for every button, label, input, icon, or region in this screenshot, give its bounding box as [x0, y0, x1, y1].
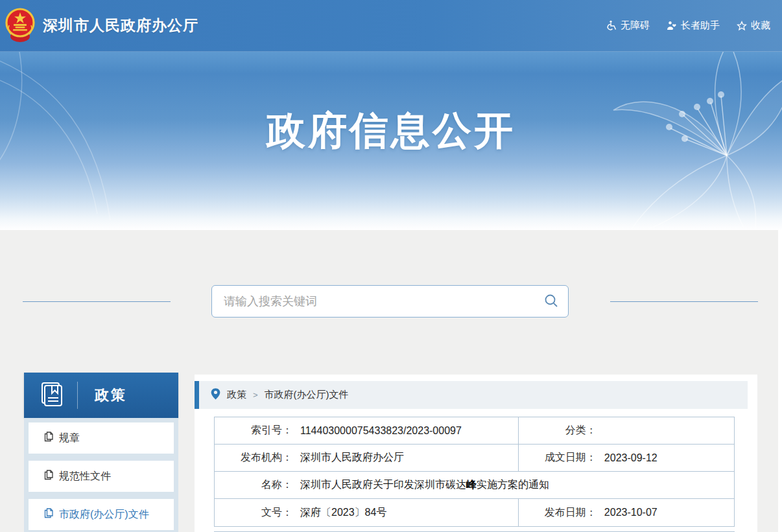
table-row-index-category: 索引号： 114403000075433823/2023-00097 分类：	[215, 417, 734, 445]
sidebar: 政策 规章 规范性文件	[24, 373, 178, 532]
document-info-table: 索引号： 114403000075433823/2023-00097 分类： 发…	[214, 417, 735, 527]
sidebar-item-label: 规范性文件	[59, 470, 111, 483]
site-title: 深圳市人民政府办公厅	[43, 16, 198, 36]
breadcrumb-separator: >	[253, 390, 258, 400]
document-icon	[44, 470, 53, 483]
publishing-agency-value: 深圳市人民政府办公厅	[300, 451, 404, 465]
table-row-agency-date: 发布机构： 深圳市人民政府办公厅 成文日期： 2023-09-12	[215, 445, 734, 472]
document-icon	[44, 508, 53, 521]
breadcrumb-item-policy[interactable]: 政策	[227, 389, 246, 401]
document-name-value: 深圳市人民政府关于印发深圳市碳达峰实施方案的通知	[300, 478, 549, 492]
sidebar-header-divider	[77, 382, 78, 409]
favorite-label: 收藏	[751, 19, 770, 32]
sidebar-menu: 规章 规范性文件 市政府(办公厅)文件	[24, 418, 178, 532]
book-icon	[38, 380, 65, 410]
publish-date-label: 发布日期：	[519, 506, 597, 520]
index-number-label: 索引号：	[215, 424, 292, 437]
document-name-label: 名称：	[215, 478, 292, 492]
elder-assistant-link[interactable]: 长者助手	[667, 19, 720, 32]
accessibility-link[interactable]: 无障碍	[606, 19, 650, 32]
favorite-link[interactable]: 收藏	[737, 19, 770, 32]
table-row-name: 名称： 深圳市人民政府关于印发深圳市碳达峰实施方案的通知	[215, 472, 734, 499]
sidebar-item-label: 规章	[59, 432, 80, 445]
search-box	[211, 285, 569, 318]
sidebar-item-regulations[interactable]: 规章	[29, 422, 174, 454]
content-area: 政策 规章 规范性文件	[0, 371, 778, 532]
sidebar-header: 政策	[24, 373, 178, 418]
decorative-line-left	[23, 301, 171, 302]
index-number-value: 114403000075433823/2023-00097	[300, 425, 462, 437]
breadcrumb-accent-bar	[195, 381, 199, 409]
breadcrumb-bar: 政策 > 市政府(办公厅)文件	[199, 381, 748, 409]
written-date-value: 2023-09-12	[604, 452, 658, 464]
publish-date-value: 2023-10-07	[604, 507, 658, 518]
sidebar-item-normative-documents[interactable]: 规范性文件	[29, 461, 174, 492]
keyword-highlight: 峰	[466, 479, 477, 490]
sidebar-item-label: 市政府(办公厅)文件	[59, 508, 149, 522]
accessibility-label: 无障碍	[621, 19, 650, 32]
document-number-label: 文号：	[215, 506, 292, 520]
decorative-line-right	[610, 301, 758, 302]
sidebar-item-municipal-government-documents[interactable]: 市政府(办公厅)文件	[29, 499, 174, 530]
document-number-value: 深府〔2023〕84号	[300, 506, 386, 520]
star-icon	[737, 21, 747, 31]
site-logo-home-link[interactable]: 深圳市人民政府办公厅	[5, 6, 198, 46]
location-pin-icon	[211, 387, 220, 402]
utility-links: 无障碍 长者助手 收藏	[606, 19, 773, 32]
page-banner: 政府信息公开	[0, 52, 782, 230]
search-button[interactable]	[534, 286, 568, 317]
publishing-agency-label: 发布机构：	[215, 451, 292, 465]
written-date-label: 成文日期：	[519, 451, 597, 465]
wheelchair-icon	[606, 20, 617, 31]
page-title: 政府信息公开	[0, 105, 782, 157]
elder-assistant-label: 长者助手	[681, 19, 720, 32]
category-label: 分类：	[519, 424, 597, 437]
breadcrumb-item-current[interactable]: 市政府(办公厅)文件	[265, 389, 349, 401]
search-icon	[544, 294, 558, 310]
search-section	[0, 230, 778, 371]
top-header-bar: 深圳市人民政府办公厅 无障碍 长者助手	[0, 0, 782, 52]
breadcrumb: 政策 > 市政府(办公厅)文件	[195, 381, 748, 409]
sidebar-title: 政策	[95, 386, 127, 405]
national-emblem-icon	[5, 6, 35, 46]
search-input[interactable]	[212, 295, 534, 308]
document-detail-panel: 政策 > 市政府(办公厅)文件 索引号： 114403000075433823/…	[195, 375, 757, 532]
elder-assistant-icon	[667, 21, 677, 31]
table-row-docnumber-publishdate: 文号： 深府〔2023〕84号 发布日期： 2023-10-07	[215, 499, 734, 526]
document-icon	[44, 432, 53, 445]
